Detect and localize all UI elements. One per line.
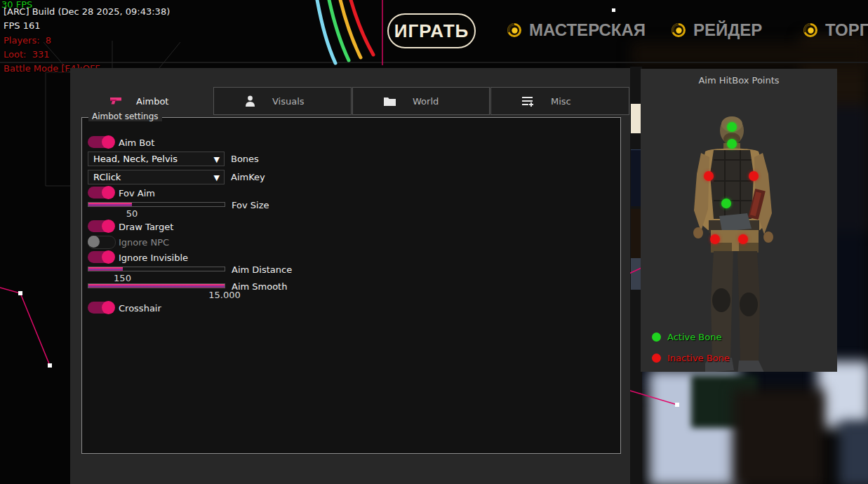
tab-label: Misc [551, 96, 571, 107]
active-bone-dot-icon [652, 332, 661, 342]
fov-aim-label: Fov Aim [119, 188, 155, 199]
tab-aimbot[interactable]: Aimbot [76, 87, 213, 115]
bone-point-inactive [749, 171, 759, 181]
hud-build: [ARC] Build (Dec 28 2025, 09:43:38) [4, 6, 170, 17]
bones-dropdown[interactable]: Head, Neck, Pelvis ▼ [88, 152, 225, 166]
tab-label: Visuals [272, 96, 305, 107]
crosshair-label: Crosshair [119, 303, 161, 314]
coin-icon [507, 22, 522, 38]
aim-bot-label: Aim Bot [119, 137, 154, 148]
slider-fill [88, 267, 123, 271]
tab-misc[interactable]: Misc [490, 87, 629, 115]
fov-size-value: 50 [126, 208, 138, 219]
aimkey-label: AimKey [231, 172, 265, 182]
inactive-bone-dot-icon [652, 354, 661, 363]
legend-active-label: Active Bone [667, 332, 721, 342]
coin-icon [803, 22, 818, 38]
aim-smooth-label: Aim Smooth [232, 281, 287, 292]
aim-smooth-slider[interactable]: 15.000 Aim Smooth [88, 283, 225, 288]
play-button-label: ИГРАТЬ [394, 20, 469, 42]
crosshair-toggle[interactable] [88, 302, 114, 314]
tab-world[interactable]: World [352, 87, 490, 115]
ignore-npc-label: Ignore NPC [119, 237, 169, 248]
slider-fill [88, 284, 225, 288]
bone-point-active [727, 139, 737, 149]
rainbow-sign [317, 0, 373, 63]
bone-point-active [727, 122, 737, 132]
bone-point-active [721, 199, 731, 208]
filter-lines-icon [522, 96, 534, 107]
play-button[interactable]: ИГРАТЬ [387, 13, 476, 48]
fov-size-label: Fov Size [232, 200, 269, 210]
menu-item-label: МАСТЕРСКАЯ [529, 20, 646, 40]
chevron-down-icon: ▼ [214, 153, 220, 166]
legend-active-bone: Active Bone [652, 332, 721, 342]
menu-item-workshop[interactable]: МАСТЕРСКАЯ [507, 20, 646, 41]
hud-players: Players: 8 [4, 35, 51, 46]
toggle-knob [102, 135, 115, 149]
folder-icon [384, 96, 396, 106]
toggle-knob [102, 250, 115, 264]
bones-dropdown-value: Head, Neck, Pelvis [93, 154, 178, 164]
slider-fill [88, 203, 132, 206]
aim-distance-label: Aim Distance [232, 264, 292, 275]
aim-distance-slider[interactable]: 150 Aim Distance [88, 267, 225, 271]
bone-dots [641, 69, 837, 372]
fov-size-slider[interactable]: 50 Fov Size [88, 202, 225, 207]
draw-target-toggle[interactable] [88, 220, 114, 232]
toggle-knob [102, 301, 115, 314]
fov-aim-toggle[interactable] [88, 187, 114, 199]
group-title: Aimbot settings [88, 112, 162, 121]
aim-bot-toggle[interactable] [88, 136, 114, 148]
toggle-knob [102, 186, 115, 199]
ignore-npc-toggle[interactable] [88, 236, 116, 249]
toggle-knob [88, 236, 100, 248]
bones-label: Bones [231, 154, 259, 164]
aimkey-dropdown[interactable]: RClick ▼ [88, 170, 225, 184]
menu-item-trade[interactable]: ТОРГО [803, 20, 868, 41]
ignore-invisible-toggle[interactable] [88, 251, 114, 263]
tab-label: World [413, 96, 439, 107]
menu-item-label: РЕЙДЕР [693, 20, 762, 40]
tab-visuals[interactable]: Visuals [213, 87, 352, 115]
menu-item-label: ТОРГО [825, 20, 868, 40]
ignore-invisible-label: Ignore Invisible [119, 253, 188, 263]
bone-point-inactive [704, 171, 714, 181]
gun-icon [109, 96, 122, 106]
screen-dot [612, 8, 615, 12]
legend-inactive-label: Inactive Bone [667, 353, 730, 363]
aimkey-dropdown-value: RClick [93, 172, 121, 182]
chevron-down-icon: ▼ [214, 171, 220, 184]
hitbox-preview-panel: Aim HitBox Points [641, 69, 837, 372]
draw-target-label: Draw Target [119, 222, 173, 232]
aim-distance-value: 150 [114, 273, 131, 283]
menu-item-raider[interactable]: РЕЙДЕР [671, 20, 762, 41]
toggle-knob [102, 220, 115, 233]
person-icon [245, 95, 255, 107]
hud-fps: FPS 161 [4, 20, 41, 31]
legend-inactive-bone: Inactive Bone [652, 353, 730, 363]
hud-loot: Loot: 331 [4, 49, 49, 60]
game-screen: 30 FPS [ARC] Build (Dec 28 2025, 09:43:3… [0, 0, 868, 484]
aimbot-settings-group: Aimbot settings Aim Bot Head, Neck, Pelv… [81, 117, 621, 454]
coin-icon [671, 22, 686, 38]
bone-point-inactive [738, 234, 748, 244]
tab-label: Aimbot [136, 96, 168, 107]
bone-point-inactive [710, 234, 720, 244]
cheat-menu-panel: Aimbot Visuals World Misc [70, 68, 630, 484]
